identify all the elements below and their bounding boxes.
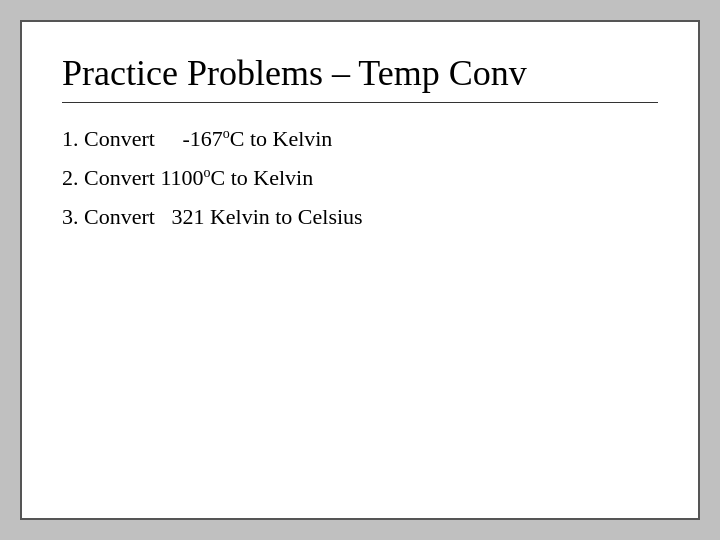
problem-line-3: 3. Convert 321 Kelvin to Celsius bbox=[62, 199, 658, 234]
title-divider bbox=[62, 102, 658, 103]
slide-title: Practice Problems – Temp Conv bbox=[62, 52, 658, 94]
slide: Practice Problems – Temp Conv 1. Convert… bbox=[20, 20, 700, 520]
problem-line-1: 1. Convert -167oC to Kelvin bbox=[62, 121, 658, 156]
problem-line-2: 2. Convert 1100oC to Kelvin bbox=[62, 160, 658, 195]
problems-list: 1. Convert -167oC to Kelvin 2. Convert 1… bbox=[62, 121, 658, 235]
